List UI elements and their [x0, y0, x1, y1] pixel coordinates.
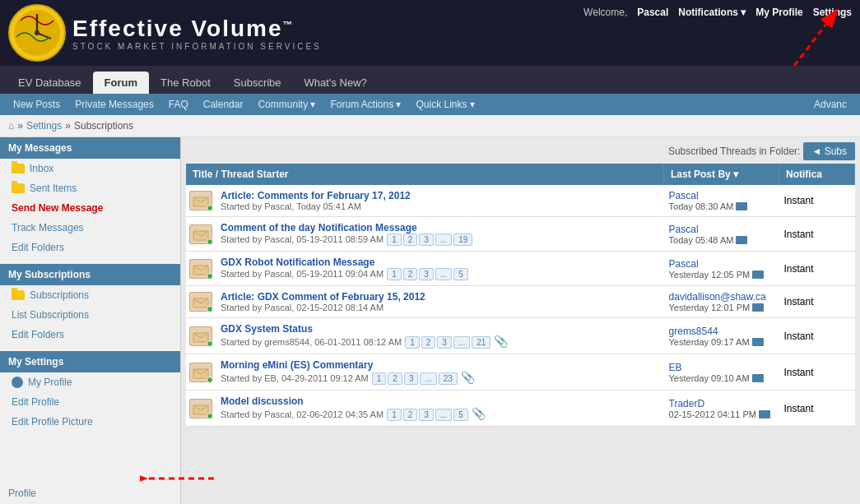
page-link[interactable]: 3 — [437, 336, 452, 349]
sidebar-header-my-settings: My Settings — [0, 351, 180, 372]
thread-title-link[interactable]: Model discussion — [221, 395, 304, 407]
inbox-link[interactable]: Inbox — [30, 163, 53, 174]
sidebar-item-send-new-message[interactable]: Send New Message — [0, 198, 180, 218]
page-link[interactable]: ... — [420, 372, 436, 385]
subnav-forum-actions-dropdown[interactable]: Forum Actions ▾ — [323, 95, 407, 113]
page-link[interactable]: 2 — [403, 409, 418, 421]
th-last-post[interactable]: Last Post By ▾ — [664, 164, 779, 185]
attachment-icon: 📎 — [472, 407, 486, 420]
subnav-new-posts[interactable]: New Posts — [7, 95, 67, 113]
sidebar-section-my-settings: My Settings My Profile Edit Profile Edit… — [0, 351, 180, 432]
page-link[interactable]: 3 — [419, 268, 434, 280]
sidebar-item-edit-folders-messages[interactable]: Edit Folders — [0, 238, 180, 257]
thread-title-link[interactable]: Morning eMini (ES) Commentary — [221, 359, 373, 371]
page-link[interactable]: 2 — [388, 372, 402, 385]
username-link[interactable]: Pascal — [637, 7, 668, 18]
notifications-link[interactable]: Notifications ▾ — [678, 7, 746, 18]
breadcrumb-settings[interactable]: Settings — [26, 120, 62, 132]
page-link[interactable]: 2 — [403, 234, 418, 246]
page-link[interactable]: 1 — [387, 409, 402, 421]
page-link[interactable]: 1 — [387, 268, 402, 280]
tab-the-robot[interactable]: The Robot — [149, 72, 222, 94]
sidebar-item-edit-folders-subs[interactable]: Edit Folders — [0, 325, 180, 344]
content-area: Subscribed Threads in Folder: ◄ Subs Tit… — [181, 137, 860, 504]
page-link[interactable]: 1 — [405, 336, 420, 349]
sidebar-item-edit-profile-picture[interactable]: Edit Profile Picture — [0, 412, 180, 432]
folder-icon — [12, 164, 25, 173]
sidebar-item-sent-items[interactable]: Sent Items — [0, 178, 180, 198]
table-row: Article: Comments for February 17, 2012 … — [186, 185, 855, 217]
breadcrumb-sep2: » — [65, 120, 71, 132]
thread-title-link[interactable]: Article: Comments for February 17, 2012 — [221, 190, 411, 201]
th-title: Title / Thread Starter — [186, 164, 664, 185]
notification-type: Instant — [779, 185, 855, 217]
sidebar-item-subscriptions[interactable]: Subscriptions — [0, 285, 180, 305]
subnav-private-messages[interactable]: Private Messages — [68, 95, 160, 113]
tab-whats-new[interactable]: What's New? — [293, 72, 379, 94]
page-link[interactable]: 5 — [453, 409, 468, 421]
my-profile-link[interactable]: My Profile — [755, 7, 802, 18]
page-link[interactable]: 1 — [387, 234, 402, 246]
tab-forum[interactable]: Forum — [93, 72, 149, 94]
page-link[interactable]: ... — [453, 336, 470, 349]
page-link[interactable]: ... — [435, 234, 452, 246]
page-link[interactable]: 23 — [439, 372, 458, 385]
page-link[interactable]: 3 — [419, 234, 434, 246]
brand-name: Effective Volume™ — [72, 16, 322, 42]
page-link[interactable]: ... — [435, 268, 452, 280]
sidebar-item-track-messages[interactable]: Track Messages — [0, 218, 180, 238]
thread-starter: Started by Pascal, 02-15-2012 08:14 AM — [221, 303, 659, 312]
breadcrumb-sep1: » — [17, 120, 23, 132]
list-subscriptions-link[interactable]: List Subscriptions — [12, 309, 89, 321]
notification-type: Instant — [779, 391, 855, 427]
page-link[interactable]: 2 — [403, 268, 418, 280]
last-post-user: Pascal — [669, 224, 774, 235]
go-last-post-icon — [736, 236, 747, 244]
settings-link[interactable]: Settings — [813, 7, 852, 18]
tab-subscribe[interactable]: Subscribe — [222, 72, 293, 94]
green-dot — [207, 273, 213, 280]
sidebar-profile-bottom: Profile — [0, 481, 180, 504]
sent-items-link[interactable]: Sent Items — [30, 183, 77, 194]
tab-ev-database[interactable]: EV Database — [7, 72, 93, 94]
sidebar-section-my-messages: My Messages Inbox Sent Items Send New Me… — [0, 137, 180, 257]
sidebar-item-edit-profile[interactable]: Edit Profile — [0, 392, 180, 412]
my-profile-sidebar-link[interactable]: My Profile — [28, 377, 72, 388]
page-link[interactable]: 3 — [404, 372, 419, 385]
edit-folders-messages-link[interactable]: Edit Folders — [12, 242, 64, 253]
subnav-calendar[interactable]: Calendar — [197, 95, 250, 113]
subnav-community-dropdown[interactable]: Community ▾ — [251, 95, 322, 113]
subnav-advanced[interactable]: Advanc — [814, 99, 853, 110]
edit-folders-subs-link[interactable]: Edit Folders — [12, 329, 64, 340]
page-link[interactable]: 5 — [453, 268, 468, 280]
thread-title-link[interactable]: Comment of the day Notification Message — [221, 222, 417, 234]
thread-title-link[interactable]: Article: GDX Comment of February 15, 201… — [221, 291, 425, 303]
edit-profile-link[interactable]: Edit Profile — [12, 396, 59, 408]
subnav-quick-links-dropdown[interactable]: Quick Links ▾ — [410, 95, 481, 113]
sidebar-item-my-profile[interactable]: My Profile — [0, 372, 180, 392]
go-last-post-icon — [752, 303, 764, 312]
subscribe-button[interactable]: ◄ Subs — [803, 142, 855, 160]
sidebar-item-inbox[interactable]: Inbox — [0, 159, 180, 178]
thread-title-link[interactable]: GDX System Status — [221, 323, 313, 335]
subnav-faq[interactable]: FAQ — [162, 95, 195, 113]
page-link[interactable]: 21 — [472, 336, 490, 349]
go-last-post-icon — [752, 338, 764, 346]
subscriptions-link[interactable]: Subscriptions — [30, 289, 89, 301]
edit-profile-picture-link[interactable]: Edit Profile Picture — [12, 416, 93, 428]
page-link[interactable]: 3 — [419, 409, 434, 421]
send-new-message-link[interactable]: Send New Message — [12, 202, 103, 214]
page-link[interactable]: 2 — [421, 336, 436, 349]
attachment-icon: 📎 — [494, 335, 508, 348]
breadcrumb: ⌂ » Settings » Subscriptions — [0, 115, 860, 137]
table-row: Comment of the day Notification Message … — [186, 217, 855, 252]
thread-title-link[interactable]: GDX Robot Notification Message — [221, 257, 374, 268]
breadcrumb-home[interactable]: ⌂ — [8, 120, 14, 132]
thread-icon — [189, 292, 212, 312]
track-messages-link[interactable]: Track Messages — [12, 222, 84, 234]
sidebar-item-list-subscriptions[interactable]: List Subscriptions — [0, 305, 180, 325]
page-link[interactable]: 19 — [453, 234, 472, 246]
page-link[interactable]: ... — [435, 409, 452, 421]
page-link[interactable]: 1 — [372, 372, 387, 385]
thread-icon — [189, 326, 212, 346]
